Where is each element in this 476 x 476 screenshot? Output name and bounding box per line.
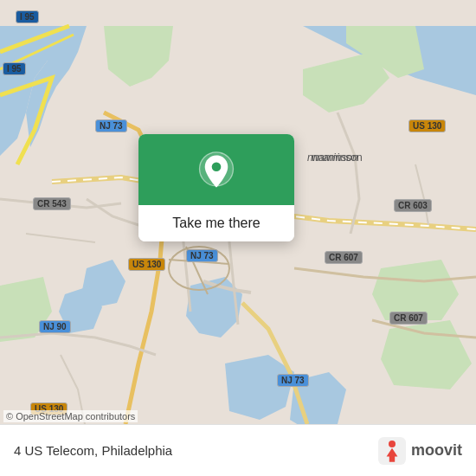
map-attribution: © OpenStreetMap contributors	[3, 410, 138, 422]
road-label-nj90: NJ 90	[39, 320, 71, 333]
road-label-cr607-2: CR 607	[389, 312, 428, 325]
popup-card: Take me there	[138, 134, 294, 241]
road-label-us130-3: US 130	[408, 119, 446, 132]
road-label-cr603: CR 603	[394, 199, 432, 212]
map-container: nnaminson I 95 I 95 NJ 73 NJ 73 NJ 73 US…	[0, 0, 476, 476]
popup-header	[138, 134, 294, 205]
bottom-bar: 4 US Telecom, Philadelphia moovit	[0, 424, 476, 476]
road-label-cr543: CR 543	[33, 197, 71, 210]
road-label-i95-2: I 95	[3, 62, 26, 75]
svg-point-5	[389, 441, 396, 447]
road-label-nj73-2: NJ 73	[186, 249, 218, 262]
road-label-cr607-1: CR 607	[325, 251, 363, 264]
moovit-text: moovit	[411, 441, 462, 460]
road-label-nj73-1: NJ 73	[95, 119, 127, 132]
road-label-nj73-3: NJ 73	[277, 374, 309, 387]
location-label: 4 US Telecom, Philadelphia	[14, 443, 172, 458]
location-pin-icon	[196, 151, 236, 191]
moovit-logo-icon	[378, 437, 406, 465]
road-label-us130-1: US 130	[128, 258, 165, 271]
moovit-logo: moovit	[378, 437, 462, 465]
take-me-there-button[interactable]: Take me there	[138, 205, 294, 241]
svg-point-3	[212, 162, 222, 171]
road-label-i95-1: I 95	[16, 10, 39, 23]
